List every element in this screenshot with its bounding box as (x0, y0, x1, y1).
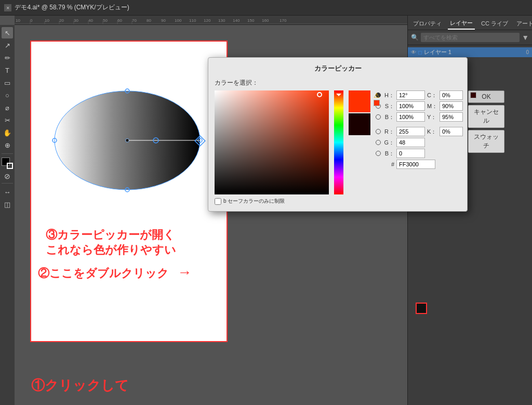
fill-color[interactable] (2, 158, 13, 169)
r-field-row: R： K： (376, 127, 463, 136)
reflect-tool[interactable]: ↔ (2, 186, 13, 198)
hex-input[interactable] (396, 160, 435, 169)
type-tool[interactable]: T (2, 64, 13, 76)
gradient-stop-target[interactable] (416, 303, 427, 314)
blue-radio[interactable] (376, 151, 381, 156)
tab-layers[interactable]: レイヤー (448, 18, 475, 30)
tool-panel: ↖ ↗ ✏ T ▭ ○ ⌀ ✂ ✋ ⊕ ⊘ ↔ ◫ (0, 25, 15, 405)
blue-input[interactable] (396, 149, 425, 158)
svg-text:10: 10 (45, 18, 49, 23)
svg-text:170: 170 (280, 18, 287, 23)
safe-color-checkbox[interactable] (215, 198, 221, 205)
window-title: デモ4.ai* @ 58.79 % (CMYK/プレビュー) (15, 3, 129, 12)
svg-text:90: 90 (161, 18, 166, 23)
tab-artboard[interactable]: アートボー (514, 18, 532, 29)
b-radio[interactable] (376, 114, 381, 120)
r-label: R： (384, 128, 394, 136)
saturation-brightness-picker[interactable] (215, 90, 329, 194)
hue-slider[interactable] (334, 90, 343, 194)
svg-text:110: 110 (189, 18, 196, 23)
y-label: Y： (427, 113, 437, 121)
svg-point-56 (126, 139, 129, 142)
annotation-1: ①クリックして (31, 376, 129, 395)
svg-text:150: 150 (247, 18, 255, 23)
selection-tool[interactable]: ↖ (2, 27, 13, 38)
svg-text:120: 120 (204, 18, 211, 23)
svg-text:40: 40 (88, 18, 93, 23)
y-input[interactable] (440, 112, 463, 122)
tab-properties[interactable]: プロパティ (411, 18, 444, 29)
close-button[interactable]: × (4, 4, 11, 11)
color-picker-buttons: OK キャンセル スウォッチ (468, 90, 504, 194)
none-icon[interactable]: ⊘ (4, 172, 10, 180)
ellipse-object[interactable] (52, 83, 197, 187)
svg-text:60: 60 (117, 18, 122, 23)
layer-item-1[interactable]: 👁 □ レイヤー 1 0 (408, 47, 532, 57)
annotation-3: ③カラーピッカーが開く これなら色が作りやすい (46, 228, 176, 257)
b-field-row: B： Y： (376, 112, 463, 122)
g-radio[interactable] (376, 140, 381, 145)
svg-text:20: 20 (59, 18, 64, 23)
select-color-label: カラーを選択： (215, 79, 461, 87)
s-label: S： (384, 102, 394, 110)
m-input[interactable] (440, 101, 463, 111)
svg-text:130: 130 (218, 18, 225, 23)
svg-text:50: 50 (103, 18, 108, 23)
r-input[interactable] (396, 127, 425, 136)
direct-selection-tool[interactable]: ↗ (2, 40, 13, 51)
web-safe-swatch[interactable] (470, 92, 476, 98)
b-label: B： (384, 113, 394, 121)
gradient-tool[interactable]: ◫ (2, 199, 13, 210)
color-swatches: ⚠ (349, 90, 370, 194)
old-color-swatch[interactable] (349, 113, 370, 135)
pen-tool[interactable]: ✏ (2, 52, 13, 63)
safe-color-checkbox-area: b セーフカラーのみに制限 (215, 198, 461, 205)
svg-text:10: 10 (16, 18, 20, 23)
svg-text:30: 30 (74, 18, 78, 23)
color-picker-body: ⚠ H： C： S： M： (215, 90, 461, 194)
tab-cc-live[interactable]: CC ライブ (479, 18, 510, 29)
b-input[interactable] (396, 112, 425, 122)
s-input[interactable] (396, 101, 425, 111)
gamut-swatch[interactable] (374, 100, 380, 106)
svg-text:160: 160 (262, 18, 269, 23)
svg-text:0: 0 (30, 18, 33, 23)
zoom-tool[interactable]: ⊕ (2, 139, 13, 151)
gamut-warning-icon[interactable]: ⚠ (374, 92, 380, 99)
rectangle-tool[interactable]: ▭ (2, 77, 13, 88)
r-radio[interactable] (376, 129, 381, 134)
new-color-swatch[interactable] (349, 90, 370, 112)
h-input[interactable] (396, 90, 425, 100)
divider-2 (2, 183, 13, 184)
color-picker-dialog: カラーピッカー カラーを選択： ⚠ H： (208, 57, 468, 212)
filter-icon[interactable]: ▼ (522, 33, 529, 42)
color-picker-title: カラーピッカー (215, 64, 461, 73)
k-input[interactable] (440, 127, 463, 136)
layers-search-bar: 🔍 ▼ (408, 30, 532, 45)
c-input[interactable] (440, 90, 463, 100)
warp-tool[interactable]: ⌀ (2, 102, 13, 113)
blue-field-row: B： (376, 149, 463, 158)
cancel-button[interactable]: キャンセル (468, 105, 504, 128)
hex-field-row: # (376, 160, 463, 169)
hex-label: # (384, 161, 394, 167)
layer-visibility-icon[interactable]: 👁 (411, 49, 416, 55)
s-field-row: S： M： (376, 101, 463, 111)
svg-text:70: 70 (132, 18, 137, 23)
swatch-button[interactable]: スウォッチ (468, 130, 504, 153)
search-input[interactable] (421, 33, 520, 42)
hand-tool[interactable]: ✋ (2, 127, 13, 138)
color-mode-icons: ⊘ (4, 172, 10, 180)
h-label: H： (384, 92, 394, 99)
h-field-row: H： C： (376, 90, 463, 100)
ellipse-tool[interactable]: ○ (2, 89, 13, 101)
g-input[interactable] (396, 138, 425, 147)
saturation-cursor (317, 92, 322, 97)
panel-tabs: プロパティ レイヤー CC ライブ アートボー アセットの ≡ (408, 16, 532, 30)
m-label: M： (427, 102, 437, 110)
c-label: C： (427, 92, 437, 99)
hue-cursor (336, 94, 341, 96)
scissors-tool[interactable]: ✂ (2, 114, 13, 126)
artboard (30, 41, 228, 342)
title-bar: × デモ4.ai* @ 58.79 % (CMYK/プレビュー) (0, 0, 532, 16)
